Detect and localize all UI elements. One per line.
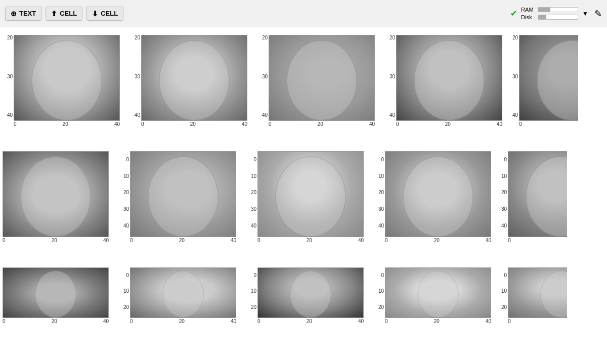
cell-inner-10: 0 20	[508, 151, 567, 243]
x-axis-6: 0 20 40	[3, 237, 109, 243]
y-axis-14: 0 10 20	[374, 267, 385, 324]
y-axis-5: 20 30 40	[512, 35, 519, 127]
pencil-icon[interactable]: ✎	[594, 8, 602, 19]
resource-bars: RAM Disk	[521, 7, 578, 20]
cell-6: 0 20 40	[3, 151, 109, 243]
cell-up-label: CELL	[60, 10, 77, 17]
cell-inner-5: 0 20	[519, 35, 578, 127]
svg-point-13	[418, 271, 459, 317]
face-image-14	[385, 267, 491, 318]
y-axis-7: 0 10 20 30 40	[119, 151, 130, 243]
x-axis-14: 0 20 40	[385, 318, 491, 324]
svg-point-8	[403, 157, 473, 237]
cell-inner-11: 0 20 40	[3, 267, 109, 324]
cell-inner-8: 0 20 40	[257, 151, 364, 243]
x-axis-7: 0 20 40	[130, 237, 236, 243]
face-image-12	[130, 267, 236, 318]
svg-point-2	[287, 40, 357, 120]
ram-label: RAM	[521, 7, 535, 13]
cell-13: 0 10 20 0 20 40	[246, 267, 364, 324]
grid-row-3: 0 20 40 0 10 20 0 20 40	[0, 262, 607, 329]
cell-7: 0 10 20 30 40 0 20 40	[119, 151, 236, 243]
cell-up-button[interactable]: ⬆ CELL	[46, 7, 82, 21]
cell-3: 20 30 40 0 20 40	[257, 35, 375, 127]
y-axis-13: 0 10 20	[246, 267, 257, 324]
x-axis-2: 0 20 40	[141, 121, 247, 127]
svg-point-6	[148, 157, 218, 237]
plus-icon: ⊕	[11, 10, 17, 18]
x-axis-10: 0 20	[508, 237, 567, 243]
disk-row: Disk	[521, 14, 578, 20]
x-axis-3: 0 20 40	[269, 121, 375, 127]
face-image-6	[3, 151, 109, 237]
face-image-3	[269, 35, 375, 121]
cell-inner-3: 0 20 40	[269, 35, 375, 127]
svg-point-9	[526, 157, 567, 237]
x-axis-13: 0 20 40	[257, 318, 364, 324]
face-image-5	[519, 35, 578, 121]
cell-inner-4: 0 20 40	[396, 35, 502, 127]
x-axis-9: 0 20 40	[385, 237, 491, 243]
y-axis-15: 0 10 20	[501, 267, 508, 324]
svg-point-1	[159, 40, 229, 120]
cell-inner-7: 0 20 40	[130, 151, 236, 243]
cell-2: 20 30 40 0 20 40	[130, 35, 247, 127]
ram-fill	[538, 8, 550, 12]
cell-1: 20 30 40 0 20 40	[3, 35, 120, 127]
toolbar: ⊕ TEXT ⬆ CELL ⬇ CELL ✔ RAM Disk ▼ ✎	[0, 0, 607, 27]
ram-row: RAM	[521, 7, 578, 13]
cell-down-button[interactable]: ⬇ CELL	[86, 7, 123, 21]
svg-point-5	[21, 157, 91, 237]
x-axis-15: 0 20	[508, 318, 567, 324]
y-axis-12: 0 10 20	[119, 267, 130, 324]
y-axis-1: 20 30 40	[3, 35, 14, 127]
face-image-9	[385, 151, 491, 237]
svg-point-14	[541, 271, 567, 317]
face-image-10	[508, 151, 567, 237]
x-axis-8: 0 20 40	[257, 237, 364, 243]
face-image-2	[141, 35, 247, 121]
cell-15: 0 10 20 0 20	[501, 267, 567, 324]
cell-4: 20 30 40 0 20 40	[385, 35, 502, 127]
toolbar-right: ✔ RAM Disk ▼ ✎	[510, 7, 602, 20]
svg-point-4	[537, 40, 578, 120]
cell-down-label: CELL	[101, 10, 118, 17]
face-image-7	[130, 151, 236, 237]
y-axis-2: 20 30 40	[130, 35, 141, 127]
y-axis-10: 0 10 20 30 40	[501, 151, 508, 243]
face-image-8	[257, 151, 364, 237]
arrow-up-icon: ⬆	[51, 10, 57, 18]
text-button[interactable]: ⊕ TEXT	[5, 7, 41, 21]
x-axis-4: 0 20 40	[396, 121, 502, 127]
status-check-icon: ✔	[510, 9, 517, 18]
svg-point-11	[163, 271, 204, 317]
y-axis-9: 0 10 20 30 40	[374, 151, 385, 243]
cell-inner-9: 0 20 40	[385, 151, 491, 243]
grid-row-1: 20 30 40 0 20 40 20 30 40	[0, 30, 607, 132]
svg-point-0	[32, 40, 102, 120]
disk-fill	[538, 15, 546, 19]
cell-inner-15: 0 20	[508, 267, 567, 324]
content-area: 20 30 40 0 20 40 20 30 40	[0, 27, 607, 364]
face-image-1	[14, 35, 120, 121]
cell-12: 0 10 20 0 20 40	[119, 267, 236, 324]
face-image-11	[3, 267, 109, 318]
cell-14: 0 10 20 0 20 40	[374, 267, 491, 324]
dropdown-arrow-icon[interactable]: ▼	[582, 10, 588, 17]
disk-progress	[538, 15, 578, 20]
x-axis-12: 0 20 40	[130, 318, 236, 324]
text-button-label: TEXT	[19, 10, 36, 17]
cell-9: 0 10 20 30 40 0 20 40	[374, 151, 491, 243]
grid-row-2: 0 20 40 0 10 20 30 40 0 20 40	[0, 146, 607, 248]
cell-inner-2: 0 20 40	[141, 35, 247, 127]
cell-inner-12: 0 20 40	[130, 267, 236, 324]
cell-5: 20 30 40 0 20	[512, 35, 578, 127]
svg-point-7	[276, 157, 345, 237]
face-image-15	[508, 267, 567, 318]
x-axis-11: 0 20 40	[3, 318, 109, 324]
svg-point-10	[35, 271, 76, 317]
y-axis-8: 0 10 20 30 40	[246, 151, 257, 243]
face-image-4	[396, 35, 502, 121]
y-axis-3: 20 30 40	[257, 35, 269, 127]
ram-progress	[538, 7, 578, 12]
